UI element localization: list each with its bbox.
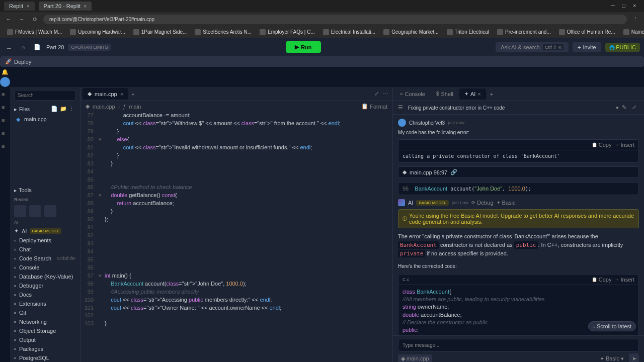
editor-tabs: ◆main.cpp× + ⤢ ⋯ — [80, 87, 392, 101]
activity-icon[interactable]: ■ — [2, 91, 9, 98]
bookmark[interactable]: SteelSeries Arctis N... — [192, 28, 255, 36]
file-reference[interactable]: ◆main.cpp 96:97🔗 — [398, 166, 639, 178]
tool-item[interactable]: ▫Database (Key-Value) — [10, 272, 80, 281]
menu-icon[interactable]: ☰ — [398, 104, 405, 111]
tool-item[interactable]: ▫Console — [10, 263, 80, 272]
new-tab-icon[interactable]: + — [128, 91, 137, 97]
menu-icon[interactable]: ☰ — [4, 42, 14, 52]
recent-tool[interactable] — [29, 205, 41, 217]
tool-item[interactable]: ▫Extensions — [10, 299, 80, 308]
tool-ai[interactable]: ✦AI BASIC MODEL — [10, 226, 80, 236]
expand-icon[interactable]: ⤢ — [632, 104, 639, 111]
file-panel: ▸Files 📄 📁 ⋮ ◆main.cpp ▸ Tools Recent AI… — [10, 87, 80, 362]
deploy-button[interactable]: 🚀 Deploy — [0, 56, 644, 67]
recent-tool[interactable] — [44, 205, 56, 217]
maximize-icon[interactable]: □ — [622, 3, 629, 10]
tool-item[interactable]: ▫Packages — [10, 344, 80, 353]
copy-button[interactable]: 📋 Copy — [592, 277, 612, 283]
activity-icon[interactable]: ■ — [2, 143, 9, 150]
file-search-input[interactable] — [14, 90, 76, 101]
browser-tab[interactable]: Replit× — [4, 2, 35, 11]
new-tab-icon[interactable]: + — [487, 91, 496, 97]
tools-ai-label: AI — [10, 219, 80, 226]
format-button[interactable]: 📋 Format — [361, 103, 387, 110]
bookmark[interactable]: Electrical Installati... — [320, 28, 378, 36]
browser-tab-active[interactable]: Part 20 - Replit× — [39, 2, 92, 11]
close-icon[interactable]: × — [84, 3, 87, 9]
copy-button[interactable]: 📋 Copy — [592, 142, 612, 148]
new-chat-icon[interactable]: ✎ — [622, 104, 629, 111]
back-icon[interactable]: ← — [4, 15, 13, 24]
send-button[interactable]: ➤ — [629, 353, 639, 362]
tool-item[interactable]: ▫Docs — [10, 290, 80, 299]
new-folder-icon[interactable]: 📁 — [60, 106, 67, 113]
bookmark[interactable]: Upcoming Hardwar... — [67, 28, 128, 36]
new-file-icon[interactable]: 📄 — [51, 106, 58, 113]
tool-item[interactable]: ▫Networking — [10, 317, 80, 326]
chat-header: ☰ Fixing private constructor error in C+… — [393, 101, 644, 115]
ai-response-text: The error "calling a private constructor… — [398, 232, 639, 258]
basic-button[interactable]: ✦ Basic — [497, 200, 516, 206]
close-icon[interactable]: × — [120, 91, 123, 97]
tool-item[interactable]: ▫Debugger — [10, 281, 80, 290]
bookmark[interactable]: Office of Human Re... — [556, 28, 618, 36]
activity-icon[interactable]: ■ — [2, 104, 9, 111]
debug-button[interactable]: ⟳ Debug — [471, 200, 493, 206]
tool-item[interactable]: ▫Code SearchCtrlShiftF — [10, 254, 80, 263]
tool-item[interactable]: ▫PostgreSQL — [10, 353, 80, 362]
insert-button[interactable]: → Insert — [614, 277, 634, 283]
reload-icon[interactable]: ⟳ — [30, 15, 39, 24]
minimize-icon[interactable]: ─ — [611, 3, 618, 10]
replit-header: ☰ ⌂ 📄 Part 20 CPU/RAM LIMITS ▶ Run Ask A… — [0, 38, 644, 56]
recent-tool[interactable] — [14, 205, 26, 217]
tool-item[interactable]: ▫Chat — [10, 245, 80, 254]
scroll-latest-button[interactable]: ↓ Scroll to latest — [588, 321, 636, 331]
error-text: calling a private constructor of class '… — [398, 150, 638, 162]
tools-header[interactable]: ▸ Tools — [10, 184, 80, 196]
home-icon[interactable]: ⌂ — [18, 42, 28, 52]
expand-icon[interactable]: ⤢ — [372, 88, 381, 99]
more-icon[interactable]: ⋯ — [381, 88, 390, 99]
run-button[interactable]: ▶ Run — [286, 41, 320, 53]
tab-console[interactable]: » Console — [395, 88, 430, 100]
bookmark[interactable]: 1Pair Magnet Side... — [130, 28, 190, 36]
bookmark[interactable]: Name Determinatio... — [620, 28, 644, 36]
bookmark[interactable]: Pre-increment and... — [494, 28, 554, 36]
cpu-badge[interactable]: CPU/RAM LIMITS — [68, 44, 111, 51]
bookmark[interactable]: Geographic Market... — [380, 28, 441, 36]
tool-item[interactable]: ▫Object Storage — [10, 326, 80, 335]
ai-icon — [398, 199, 405, 206]
tab-ai[interactable]: ✦ AI × — [459, 88, 486, 100]
file-item[interactable]: ◆main.cpp — [10, 115, 80, 124]
more-icon[interactable]: ⋮ — [69, 106, 76, 113]
search-input[interactable]: Ask AI & searchCtrl ⇧ K — [496, 42, 569, 52]
activity-icon[interactable]: ■ — [2, 117, 9, 124]
code-editor[interactable]: 77 accountBalance -= amount;78 cout << c… — [80, 112, 392, 362]
upgrade-banner[interactable]: ⓘ You're using the free Basic AI model. … — [398, 209, 639, 228]
chat-input-area: Type message... ◆ main.cpp ✦ Basic ▾ ➤ — [393, 335, 644, 362]
context-file[interactable]: ◆ main.cpp — [398, 354, 432, 363]
bookmark[interactable]: Employer FAQs | C... — [257, 28, 318, 36]
chat-input[interactable]: Type message... — [398, 339, 639, 351]
user-message: My code has the following error: — [398, 130, 639, 135]
insert-button[interactable]: → Insert — [614, 142, 634, 148]
invite-button[interactable]: + Invite — [573, 42, 601, 52]
close-icon[interactable]: × — [633, 3, 640, 10]
bookmark[interactable]: Triton Electrical — [444, 28, 493, 36]
url-input[interactable]: replit.com/@ChristopherVel3/Part-20#main… — [43, 15, 627, 24]
extensions-icon[interactable]: ⋮ — [631, 15, 640, 24]
close-icon[interactable]: × — [26, 3, 29, 9]
activity-icon[interactable]: ■ — [2, 130, 9, 137]
visibility-badge[interactable]: 🌐 PUBLIC — [605, 43, 640, 52]
editor-panel: ◆main.cpp× + ⤢ ⋯ ◆main.cpp › ƒmain 📋 For… — [80, 87, 392, 362]
tool-item[interactable]: ▫Deployments — [10, 236, 80, 245]
avatar[interactable] — [0, 77, 10, 87]
mode-selector[interactable]: ✦ Basic ▾ — [600, 355, 624, 362]
tool-item[interactable]: ▫Output — [10, 335, 80, 344]
forward-icon[interactable]: → — [17, 15, 26, 24]
notifications-icon[interactable]: 🔔 — [0, 67, 10, 77]
editor-tab[interactable]: ◆main.cpp× — [83, 88, 128, 100]
bookmark[interactable]: FMovies | Watch M... — [4, 28, 65, 36]
tab-shell[interactable]: $ Shell — [431, 88, 458, 100]
tool-item[interactable]: ▫Git — [10, 308, 80, 317]
